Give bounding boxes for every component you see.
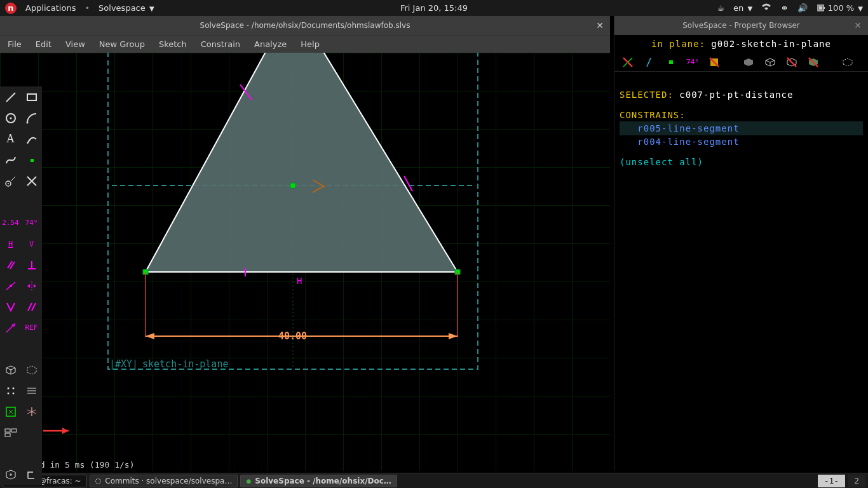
tool-nearest-iso[interactable] <box>21 401 42 422</box>
constrains-label: CONSTRAINS: <box>620 110 686 120</box>
tool-ortho[interactable] <box>0 422 21 443</box>
tool-circle[interactable] <box>0 107 21 128</box>
show-mesh-icon[interactable] <box>806 55 820 69</box>
svg-line-33 <box>11 177 15 181</box>
tool-same-orientation[interactable] <box>21 296 42 317</box>
tool-line[interactable] <box>0 86 21 107</box>
tool-snap-grid[interactable] <box>0 380 21 401</box>
show-points-icon[interactable] <box>621 55 635 69</box>
show-outlines-icon[interactable] <box>785 55 799 69</box>
unselect-all-link[interactable]: (unselect all) <box>620 157 703 167</box>
selected-value: c007-pt-pt-distance <box>679 90 793 100</box>
tool-show-hidden[interactable] <box>21 359 42 380</box>
svg-rect-14 <box>290 183 295 188</box>
tool-distance[interactable]: 2.54 <box>0 212 21 233</box>
tool-zoom-fit[interactable] <box>0 401 21 422</box>
svg-rect-68 <box>669 60 673 64</box>
activities-icon[interactable]: n <box>5 3 17 14</box>
constraint-line-segment-2[interactable]: r004-line-segment <box>637 137 739 147</box>
dimension-value[interactable]: 40.00 <box>278 330 307 342</box>
property-browser-window: SolveSpace - Property Browser ✕ in plane… <box>614 16 868 471</box>
battery-indicator[interactable]: 100 % ▼ <box>817 3 863 13</box>
coffee-icon[interactable]: ☕ <box>717 3 724 13</box>
menu-constrain[interactable]: Constrain <box>201 39 240 49</box>
tool-vertical[interactable]: V <box>21 233 42 254</box>
svg-rect-2 <box>824 7 825 9</box>
property-browser-titlebar[interactable]: SolveSpace - Property Browser ✕ <box>614 16 868 35</box>
tool-dimension-style[interactable] <box>21 380 42 401</box>
left-toolbar: A 2.54 74° H V REF <box>0 86 42 485</box>
workspace-1[interactable]: -1- <box>818 475 845 487</box>
task-browser[interactable]: ◌ Commits · solvespace/solvespa… <box>90 475 238 487</box>
show-workplanes-icon[interactable] <box>664 55 678 69</box>
workspace-2[interactable]: 2 <box>848 475 865 487</box>
svg-point-32 <box>8 183 9 184</box>
show-faces-icon[interactable] <box>707 55 721 69</box>
workplane-name-label: sketch-in-plane <box>142 358 228 370</box>
svg-line-25 <box>6 93 15 102</box>
window-titlebar[interactable]: SolveSpace - /home/ohsix/Documents/ohmsl… <box>0 16 610 35</box>
github-icon: ◌ <box>95 477 102 485</box>
current-app-indicator[interactable]: Solvespace ▼ <box>98 3 154 13</box>
bluetooth-icon[interactable]: ⚭ <box>780 3 789 14</box>
property-browser-title-text: SolveSpace - Property Browser <box>682 21 800 30</box>
menu-analyze[interactable]: Analyze <box>254 39 287 49</box>
tool-point[interactable] <box>21 149 42 170</box>
tool-other-angle[interactable] <box>0 317 21 338</box>
show-shaded-icon[interactable] <box>742 55 756 69</box>
system-top-bar: n Applications • Solvespace ▼ Fri Jan 20… <box>0 0 868 16</box>
tool-text[interactable]: A <box>0 128 21 149</box>
clock[interactable]: Fri Jan 20, 15:49 <box>400 3 468 13</box>
tool-parallel[interactable] <box>0 254 21 275</box>
svg-point-28 <box>10 117 11 119</box>
show-constraints-icon[interactable]: 74° <box>686 55 700 69</box>
bottom-taskbar: ▣ ohsix@fracas: ~ ◌ Commits · solvespace… <box>0 473 868 488</box>
task-solvespace[interactable]: ● SolveSpace - /home/ohsix/Doc… <box>240 475 397 487</box>
language-indicator[interactable]: en ▼ <box>733 3 752 13</box>
tool-symmetric[interactable] <box>21 275 42 296</box>
show-normals-icon[interactable] <box>642 55 656 69</box>
applications-menu[interactable]: Applications <box>25 3 76 13</box>
menu-view[interactable]: View <box>65 39 85 49</box>
constraint-line-segment-1[interactable]: r005-line-segment <box>637 123 739 133</box>
menu-edit[interactable]: Edit <box>36 39 51 49</box>
property-browser-body: SELECTED: c007-pt-pt-distance CONSTRAINS… <box>614 72 868 175</box>
tool-tangent-arc[interactable] <box>21 128 42 149</box>
drawing-canvas[interactable]: H 40.00 |#XY| sketch-in-plane <box>0 53 610 471</box>
tool-equal[interactable] <box>0 296 21 317</box>
svg-line-45 <box>6 323 15 332</box>
svg-rect-1 <box>818 6 822 10</box>
svg-point-50 <box>12 392 14 394</box>
svg-line-43 <box>28 303 32 311</box>
close-icon[interactable]: ✕ <box>596 20 604 30</box>
tool-in-workplane[interactable] <box>0 464 21 485</box>
show-edges-icon[interactable] <box>763 55 777 69</box>
svg-rect-62 <box>11 429 17 432</box>
svg-line-44 <box>32 303 36 311</box>
volume-icon[interactable]: 🔊 <box>797 3 808 13</box>
show-hidden-lines-icon[interactable] <box>841 55 855 69</box>
horizontal-constraint-label: H <box>297 276 302 286</box>
svg-point-48 <box>12 387 14 389</box>
tool-arc[interactable] <box>21 107 42 128</box>
tool-perpendicular[interactable] <box>21 254 42 275</box>
tool-rectangle[interactable] <box>21 86 42 107</box>
tool-workplane[interactable] <box>0 359 21 380</box>
tool-construction[interactable] <box>0 170 21 191</box>
menu-help[interactable]: Help <box>301 39 320 49</box>
menu-sketch[interactable]: Sketch <box>159 39 187 49</box>
tool-split[interactable] <box>21 170 42 191</box>
tool-point-on[interactable] <box>0 275 21 296</box>
tool-in-3d[interactable] <box>21 464 42 485</box>
svg-point-41 <box>10 285 12 287</box>
separator-dot: • <box>85 3 90 13</box>
tool-horizontal[interactable]: H <box>0 233 21 254</box>
close-icon[interactable]: ✕ <box>854 20 862 30</box>
menu-new-group[interactable]: New Group <box>99 39 145 49</box>
tool-reference[interactable]: REF <box>21 317 42 338</box>
tool-bezier[interactable] <box>0 149 21 170</box>
workplane-xy-label: |#XY| <box>109 358 138 370</box>
tool-angle[interactable]: 74° <box>21 212 42 233</box>
menu-file[interactable]: File <box>8 39 22 49</box>
wifi-icon[interactable] <box>761 3 771 13</box>
